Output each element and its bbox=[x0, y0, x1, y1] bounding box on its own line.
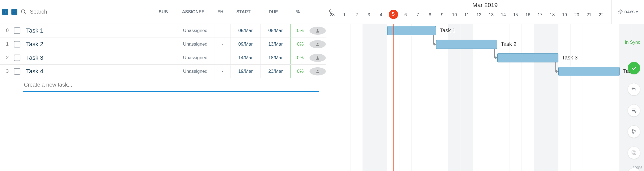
day-cell[interactable]: 2 bbox=[351, 10, 363, 24]
day-cell[interactable]: 20 bbox=[571, 10, 583, 24]
task-due[interactable]: 18/Mar bbox=[261, 51, 290, 64]
day-cell[interactable]: 21 bbox=[583, 10, 595, 24]
day-cell[interactable]: 14 bbox=[497, 10, 509, 24]
row-index: 2 bbox=[2, 55, 13, 61]
svg-point-6 bbox=[317, 56, 318, 58]
col-start[interactable]: START bbox=[229, 10, 258, 14]
day-cell[interactable]: 9 bbox=[436, 10, 448, 24]
day-cell[interactable]: 28 bbox=[326, 10, 338, 24]
new-task-input[interactable] bbox=[23, 80, 326, 90]
day-cell[interactable]: 3 bbox=[363, 10, 375, 24]
day-cell[interactable]: 17 bbox=[534, 10, 546, 24]
day-cell[interactable]: 12 bbox=[473, 10, 485, 24]
gantt-bar-label: Task 1 bbox=[440, 27, 455, 34]
task-start[interactable]: 09/Mar bbox=[231, 37, 261, 51]
task-checkbox[interactable] bbox=[14, 68, 20, 75]
day-cell[interactable]: 4 bbox=[375, 10, 387, 24]
branch-button[interactable] bbox=[628, 125, 640, 138]
task-title[interactable]: Task 4 bbox=[21, 68, 130, 75]
task-checkbox[interactable] bbox=[14, 27, 20, 34]
day-cell[interactable]: 11 bbox=[461, 10, 473, 24]
svg-rect-15 bbox=[633, 152, 636, 155]
task-title[interactable]: Task 2 bbox=[21, 41, 130, 48]
col-eh[interactable]: EH bbox=[212, 10, 229, 14]
col-due[interactable]: DUE bbox=[258, 10, 288, 14]
task-assignee[interactable]: Unassigned bbox=[176, 65, 214, 78]
day-cell[interactable]: 13 bbox=[485, 10, 497, 24]
task-title[interactable]: Task 3 bbox=[21, 54, 130, 61]
gantt-bar-label: Task 3 bbox=[562, 55, 578, 61]
day-cell[interactable]: 16 bbox=[522, 10, 534, 24]
task-pct: 0% bbox=[290, 24, 310, 37]
task-sub bbox=[155, 65, 176, 78]
row-index: 3 bbox=[2, 68, 13, 74]
svg-point-7 bbox=[317, 70, 318, 71]
col-pct[interactable]: % bbox=[288, 10, 307, 14]
add-button[interactable] bbox=[628, 168, 640, 171]
day-cell[interactable]: 7 bbox=[412, 10, 424, 24]
task-sub bbox=[155, 37, 176, 51]
sort-button[interactable] bbox=[628, 104, 640, 117]
table-row[interactable]: 1Task 2Unassigned-09/Mar13/Mar0% bbox=[0, 37, 326, 51]
task-assignee[interactable]: Unassigned bbox=[176, 37, 214, 51]
chevron-down-icon: ▾ bbox=[636, 10, 638, 14]
day-cell[interactable]: 19 bbox=[558, 10, 571, 24]
new-task-underline bbox=[23, 91, 319, 92]
col-sub[interactable]: SUB bbox=[152, 10, 174, 14]
today-marker: 5 bbox=[389, 10, 398, 19]
table-row[interactable]: 2Task 3Unassigned-14/Mar18/Mar0% bbox=[0, 51, 326, 65]
gantt-bar[interactable]: Task 4 bbox=[558, 67, 620, 76]
copy-button[interactable] bbox=[628, 147, 640, 159]
day-cell[interactable]: 18 bbox=[546, 10, 558, 24]
fab-column bbox=[628, 62, 640, 171]
task-due[interactable]: 23/Mar bbox=[261, 65, 290, 78]
task-due[interactable]: 13/Mar bbox=[261, 37, 290, 51]
task-list: 0Task 1Unassigned-05/Mar08/Mar0%1Task 2U… bbox=[0, 24, 326, 171]
new-task-row[interactable] bbox=[0, 78, 326, 91]
task-sub bbox=[155, 24, 176, 37]
task-assignee[interactable]: Unassigned bbox=[176, 24, 214, 37]
avatar[interactable] bbox=[314, 54, 322, 62]
gantt-bar[interactable]: Task 2 bbox=[436, 40, 497, 49]
task-title[interactable]: Task 1 bbox=[21, 27, 130, 34]
day-cell[interactable]: 22 bbox=[595, 10, 607, 24]
status-ok-button[interactable] bbox=[628, 62, 640, 74]
search-input[interactable] bbox=[30, 9, 122, 15]
task-start[interactable]: 05/Mar bbox=[231, 24, 261, 37]
task-eh: - bbox=[214, 65, 231, 78]
timeline-days: 2812345678910111213141516171819202122232… bbox=[326, 10, 644, 24]
col-assignee[interactable]: ASSIGNEE bbox=[174, 10, 212, 14]
table-row[interactable]: 3Task 4Unassigned-19/Mar23/Mar0% bbox=[0, 65, 326, 78]
undo-button[interactable] bbox=[628, 83, 640, 96]
task-assignee[interactable]: Unassigned bbox=[176, 51, 214, 64]
day-cell[interactable]: 6 bbox=[399, 10, 412, 24]
zoom-select[interactable]: DAYS ▾ bbox=[611, 0, 644, 24]
gear-icon bbox=[618, 9, 623, 15]
svg-rect-16 bbox=[632, 151, 635, 154]
table-row[interactable]: 0Task 1Unassigned-05/Mar08/Mar0% bbox=[0, 24, 326, 37]
task-start[interactable]: 14/Mar bbox=[231, 51, 261, 64]
gantt-bar[interactable]: Task 3 bbox=[497, 53, 558, 62]
avatar[interactable] bbox=[314, 40, 322, 48]
day-cell[interactable]: 15 bbox=[509, 10, 522, 24]
svg-point-5 bbox=[317, 43, 318, 44]
add-task-button[interactable]: + bbox=[2, 9, 8, 15]
task-sub bbox=[155, 51, 176, 64]
row-index: 1 bbox=[2, 41, 13, 47]
task-checkbox[interactable] bbox=[14, 41, 20, 47]
avatar[interactable] bbox=[314, 27, 322, 35]
remove-task-button[interactable]: − bbox=[11, 9, 17, 15]
avatar[interactable] bbox=[314, 67, 322, 75]
gantt-panel[interactable]: Task 1Task 2Task 3Task 4 In Sync bbox=[326, 24, 644, 171]
task-pct: 0% bbox=[290, 51, 310, 64]
today-line bbox=[393, 24, 394, 171]
day-cell[interactable]: 5 bbox=[387, 10, 399, 24]
gantt-bar[interactable]: Task 1 bbox=[387, 26, 436, 35]
day-cell[interactable]: 10 bbox=[448, 10, 461, 24]
day-cell[interactable]: 1 bbox=[338, 10, 351, 24]
task-due[interactable]: 08/Mar bbox=[261, 24, 290, 37]
task-checkbox[interactable] bbox=[14, 55, 20, 61]
day-cell[interactable]: 8 bbox=[424, 10, 436, 24]
task-start[interactable]: 19/Mar bbox=[231, 65, 261, 78]
search-icon[interactable] bbox=[21, 9, 27, 15]
